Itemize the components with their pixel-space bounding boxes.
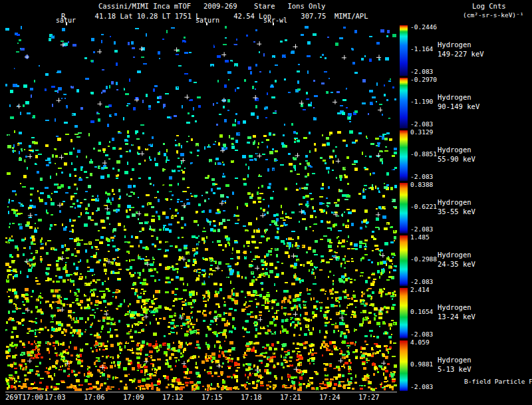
time-tick-label: 17:15 (201, 394, 223, 402)
stare-image-panel (319, 235, 358, 286)
annotation-skr-wl: skr-wl (263, 17, 287, 24)
stare-image-panel (280, 288, 319, 338)
colorbar-max-label: 0.8388 (410, 182, 433, 188)
bfield-note: B-field Particle Flow (464, 378, 532, 385)
stare-image-panel (123, 130, 162, 181)
stare-image-panel (162, 130, 201, 181)
row-species-label: Hydrogen (438, 251, 471, 259)
inca-stare-display: Cassini/MIMI Inca mTOF 2009-269 Stare Io… (0, 0, 532, 405)
stare-image-panel (280, 235, 319, 286)
stare-image-panel (280, 183, 319, 233)
time-tick-label: 17:06 (84, 394, 105, 402)
stare-image-panel (84, 235, 122, 286)
colorbar-min-label: -2.083 (410, 121, 433, 128)
stare-image-panel (319, 130, 358, 181)
stare-image-panel (84, 25, 122, 76)
colorbar-mid-label: 0.9881 (410, 361, 433, 368)
colorbar-min-label: -2.083 (410, 384, 433, 390)
colorbar-mid-label: -1.164 (410, 46, 433, 53)
stare-image-panel (123, 288, 162, 338)
stare-image-panel (201, 25, 240, 76)
stare-image-panel (45, 25, 83, 76)
stare-image-panel (319, 78, 358, 128)
stare-image-panel (123, 235, 162, 286)
stare-image-panel (241, 183, 279, 233)
stare-image-panel (5, 130, 44, 181)
stare-image-panel (123, 183, 162, 233)
stare-image-panel (45, 183, 83, 233)
colorbar-mid-label: -0.8851 (410, 151, 437, 158)
row-energy-label: 35-55 keV (438, 208, 475, 216)
stare-image-panel (201, 235, 240, 286)
time-tick-label: 17:09 (123, 394, 144, 402)
stare-image-panel (45, 78, 83, 128)
stare-image-panel (241, 235, 279, 286)
colorbar-min-label: -2.083 (410, 68, 433, 75)
stare-image-panel (241, 340, 279, 391)
stare-image-panel (201, 130, 240, 181)
row-species-label: Hydrogen (438, 199, 471, 207)
time-tick-label: 17:27 (358, 394, 380, 402)
time-axis-line (5, 392, 397, 392)
page-title: Cassini/MIMI Inca mTOF 2009-269 Stare Io… (98, 3, 325, 11)
colorbar (400, 183, 408, 233)
stare-image-panel (319, 340, 358, 391)
stare-image-panel (319, 288, 358, 338)
stare-image-panel (358, 25, 397, 76)
stare-image-panel (241, 78, 279, 128)
stare-image-panel (319, 183, 358, 233)
stare-image-panel (319, 25, 358, 76)
stare-image-panel (5, 340, 44, 391)
colorbar-max-label: 2.414 (410, 287, 430, 293)
stare-image-panel (45, 235, 83, 286)
stare-image-panel (201, 288, 240, 338)
colorbar-mid-label: -0.2988 (410, 256, 437, 263)
stare-image-panel (84, 288, 122, 338)
colorbar-max-label: 0.3129 (410, 129, 433, 136)
colorbar-mid-label: -0.6221 (410, 203, 437, 210)
row-species-label: Hydrogen (438, 41, 471, 49)
stare-image-panel (5, 78, 44, 128)
time-tick-label: 269T17:00 (5, 394, 43, 402)
row-species-label: Hydrogen (438, 356, 471, 364)
stare-image-panel (358, 130, 397, 181)
colorbar-min-label: -2.083 (410, 226, 433, 233)
colorbar-max-label: 1.485 (410, 234, 430, 241)
stare-image-panel (162, 288, 201, 338)
row-energy-label: 149-227 keV (438, 51, 484, 59)
stare-image-panel (84, 340, 122, 391)
colorbar (400, 235, 408, 286)
stare-image-panel (162, 183, 201, 233)
annotation-saturn: saturn (196, 17, 219, 24)
row-energy-label: 13-24 keV (438, 313, 475, 321)
stare-image-panel (280, 340, 319, 391)
row-energy-label: 55-90 keV (438, 156, 475, 164)
stare-image-panel (5, 288, 44, 338)
time-tick-label: 17:21 (280, 394, 301, 402)
time-tick-label: 17:03 (45, 394, 66, 402)
stare-image-panel (241, 25, 279, 76)
row-species-label: Hydrogen (438, 146, 471, 154)
stare-image-panel (280, 25, 319, 76)
colorbar-max-label: 4.059 (410, 339, 430, 346)
stare-image-panel (84, 130, 122, 181)
time-tick-label: 17:18 (241, 394, 262, 402)
colorbar (400, 288, 408, 338)
stare-image-panel (358, 340, 397, 391)
stare-image-panel (45, 288, 83, 338)
row-energy-label: 90-149 keV (438, 103, 479, 111)
stare-image-panel (84, 78, 122, 128)
time-tick-label: 17:12 (162, 394, 184, 402)
stare-image-panel (45, 340, 83, 391)
colorbar-mid-label: -1.190 (410, 98, 433, 105)
colorbar-units-title: Log Cnts (472, 3, 506, 11)
stare-image-panel (162, 235, 201, 286)
stare-image-panel (162, 78, 201, 128)
colorbar-mid-label: 0.1654 (410, 309, 433, 315)
stare-image-panel (358, 183, 397, 233)
colorbar (400, 78, 408, 128)
stare-image-panel (201, 183, 240, 233)
stare-image-panel (162, 25, 201, 76)
stare-image-panel (280, 78, 319, 128)
colorbar-min-label: -2.083 (410, 174, 433, 180)
